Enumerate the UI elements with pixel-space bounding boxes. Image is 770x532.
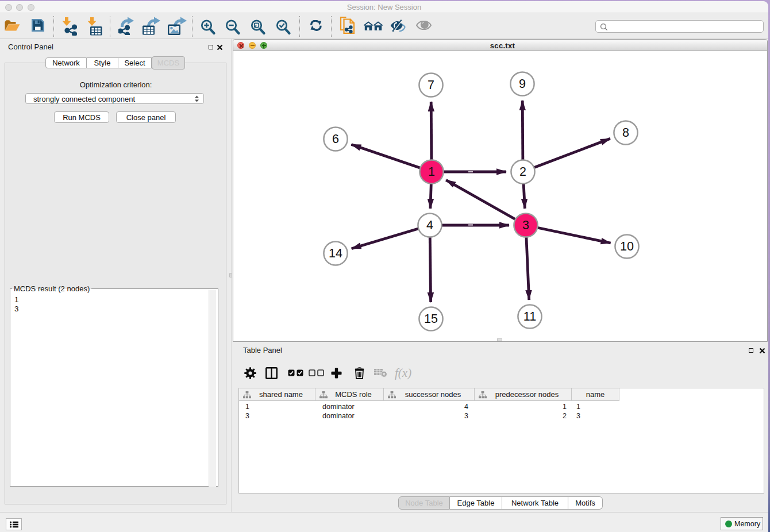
svg-text:1: 1 [428,165,435,179]
svg-text:3: 3 [522,218,529,232]
svg-text:10: 10 [620,240,634,253]
svg-text:14: 14 [329,246,342,260]
svg-text:15: 15 [424,312,438,326]
svg-text:2: 2 [519,165,526,179]
svg-text:7: 7 [428,78,434,92]
svg-text:6: 6 [332,132,339,146]
svg-text:4: 4 [426,218,433,232]
svg-text:11: 11 [523,310,536,323]
svg-text:8: 8 [622,126,629,140]
svg-text:9: 9 [519,77,526,91]
